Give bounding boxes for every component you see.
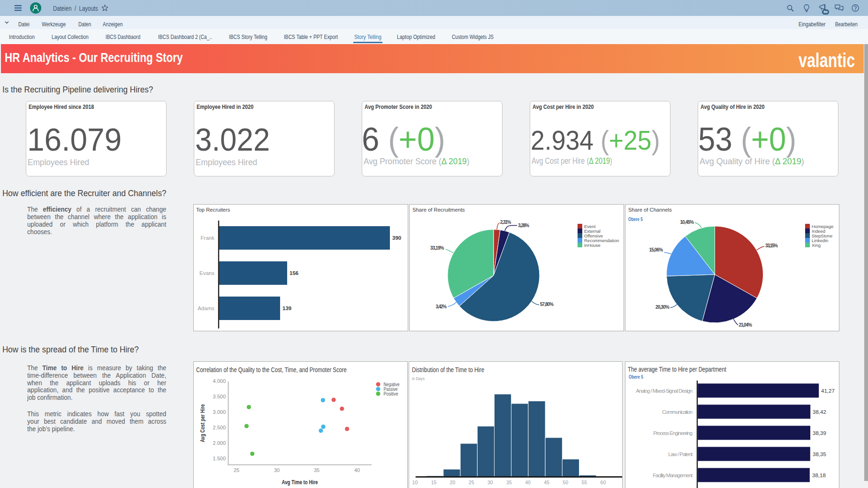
svg-text:25: 25 — [234, 467, 239, 473]
svg-text:38,39: 38,39 — [813, 430, 826, 436]
svg-text:Communication: Communication — [662, 409, 693, 415]
svg-text:41,27: 41,27 — [821, 388, 835, 394]
svg-text:Analog / Mixed-Signal Design: Analog / Mixed-Signal Design — [636, 388, 693, 394]
svg-text:Adams: Adams — [198, 305, 214, 311]
svg-text:10,45%: 10,45% — [680, 220, 694, 225]
svg-text:35: 35 — [314, 467, 320, 473]
svg-text:Positive: Positive — [384, 391, 398, 396]
svg-text:3,42%: 3,42% — [436, 304, 447, 309]
svg-text:15,06%: 15,06% — [649, 247, 663, 252]
svg-text:2,31%: 2,31% — [500, 220, 511, 225]
svg-text:Law / Patent: Law / Patent — [668, 451, 693, 457]
svg-text:156: 156 — [289, 270, 298, 276]
svg-text:33,19%: 33,19% — [430, 245, 444, 251]
svg-text:Avg Time to Hire: Avg Time to Hire — [282, 479, 318, 486]
svg-text:25: 25 — [469, 480, 474, 485]
svg-text:Evans: Evans — [199, 270, 214, 276]
svg-text:3.500: 3.500 — [213, 394, 226, 399]
svg-text:35: 35 — [506, 480, 512, 485]
svg-text:15: 15 — [431, 480, 437, 485]
svg-text:10: 10 — [412, 480, 418, 485]
svg-text:Frank: Frank — [201, 235, 215, 241]
svg-text:40: 40 — [525, 480, 531, 485]
svg-text:Process Engineering: Process Engineering — [653, 430, 693, 436]
svg-text:38,18: 38,18 — [812, 473, 826, 478]
svg-text:30: 30 — [274, 467, 280, 473]
svg-text:4.000: 4.000 — [213, 378, 226, 384]
svg-text:3,28%: 3,28% — [518, 223, 529, 228]
svg-text:60: 60 — [601, 480, 606, 485]
svg-text:21,04%: 21,04% — [739, 322, 752, 328]
svg-text:33,15%: 33,15% — [765, 243, 778, 248]
svg-text:Facility Management: Facility Management — [653, 473, 693, 478]
svg-text:2.000: 2.000 — [213, 440, 226, 446]
svg-text:38,35: 38,35 — [813, 451, 826, 457]
svg-text:3.000: 3.000 — [213, 409, 226, 415]
svg-text:Xing: Xing — [812, 243, 821, 248]
svg-text:38,42: 38,42 — [813, 409, 826, 415]
svg-text:20,30%: 20,30% — [655, 305, 670, 310]
svg-text:45: 45 — [544, 480, 549, 485]
svg-text:57,80%: 57,80% — [540, 302, 554, 307]
svg-text:30: 30 — [487, 480, 493, 485]
svg-text:55: 55 — [581, 480, 587, 485]
svg-text:40: 40 — [354, 467, 360, 473]
svg-text:inHouse: inHouse — [584, 243, 601, 248]
svg-text:1.500: 1.500 — [213, 456, 226, 461]
svg-text:390: 390 — [392, 235, 401, 241]
svg-text:50: 50 — [563, 480, 568, 485]
svg-text:139: 139 — [282, 305, 291, 311]
svg-text:20: 20 — [450, 480, 456, 485]
svg-text:Avg Cost per Hire: Avg Cost per Hire — [199, 404, 206, 442]
svg-text:2.500: 2.500 — [213, 425, 226, 430]
